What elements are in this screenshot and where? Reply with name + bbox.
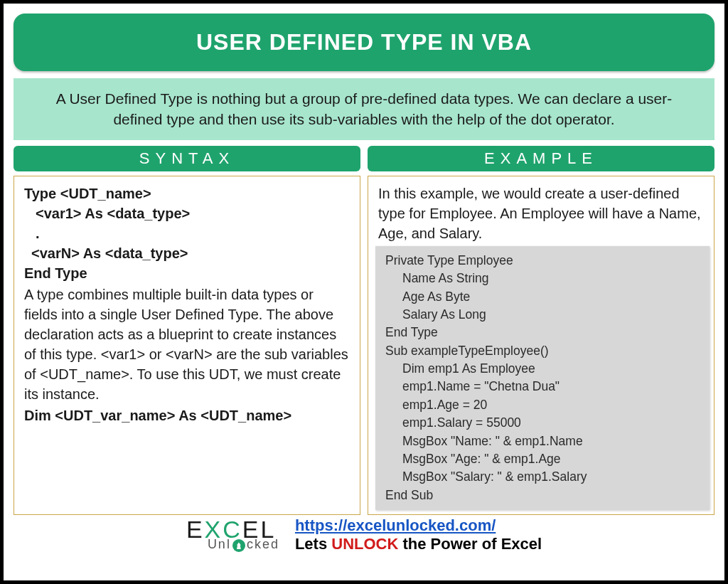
code-line: Name As String	[385, 270, 704, 287]
code-line: emp1.Name = "Chetna Dua"	[385, 378, 704, 395]
code-line: Age As Byte	[385, 288, 704, 306]
page-title: USER DEFINED TYPE IN VBA	[28, 29, 700, 55]
syntax-line: End Type	[24, 265, 87, 281]
footer: EXCEL Unlcked https://excelunlocked.com/…	[14, 516, 714, 553]
code-line: End Sub	[385, 488, 433, 502]
code-line: Dim emp1 As Employee	[385, 360, 704, 378]
code-line: End Type	[385, 325, 438, 339]
syntax-dim-line: Dim <UDT_var_name> As <UDT_name>	[24, 405, 350, 425]
example-header: EXAMPLE	[368, 146, 714, 171]
code-line: Salary As Long	[385, 306, 704, 324]
logo-bottom-line: Unlcked	[208, 538, 279, 551]
syntax-line: .	[24, 223, 350, 243]
code-line: MsgBox "Salary: " & emp1.Salary	[385, 468, 704, 486]
syntax-line: <varN> As <data_type>	[24, 243, 350, 263]
example-code-block: Private Type Employee Name As String Age…	[375, 246, 710, 510]
syntax-code-block: Type <UDT_name> <var1> As <data_type> . …	[24, 184, 350, 283]
example-column: EXAMPLE In this example, we would create…	[368, 146, 714, 515]
site-url-link[interactable]: https://excelunlocked.com/	[295, 516, 496, 535]
code-line: Sub exampleTypeEmployee()	[385, 344, 549, 358]
intro-text: A User Defined Type is nothing but a gro…	[14, 78, 714, 140]
code-line: Private Type Employee	[385, 253, 513, 267]
example-content: In this example, we would create a user-…	[368, 176, 714, 515]
excel-unlocked-logo: EXCEL Unlcked	[186, 519, 279, 551]
code-line: MsgBox "Name: " & emp1.Name	[385, 432, 704, 450]
syntax-header: SYNTAX	[14, 146, 360, 171]
document-frame: USER DEFINED TYPE IN VBA A User Defined …	[0, 0, 728, 584]
title-banner: USER DEFINED TYPE IN VBA	[14, 14, 714, 71]
code-line: emp1.Salary = 55000	[385, 414, 704, 432]
keyhole-icon	[232, 539, 245, 552]
syntax-column: SYNTAX Type <UDT_name> <var1> As <data_t…	[14, 146, 360, 515]
columns-container: SYNTAX Type <UDT_name> <var1> As <data_t…	[14, 146, 714, 515]
tagline: Lets UNLOCK the Power of Excel	[295, 535, 542, 553]
footer-text-block: https://excelunlocked.com/ Lets UNLOCK t…	[295, 516, 542, 553]
syntax-content: Type <UDT_name> <var1> As <data_type> . …	[14, 176, 360, 515]
code-line: emp1.Age = 20	[385, 396, 704, 414]
syntax-line: <var1> As <data_type>	[24, 203, 350, 223]
syntax-description: A type combines multiple built-in data t…	[24, 285, 350, 404]
example-intro: In this example, we would create a user-…	[378, 184, 704, 243]
code-line: MsgBox "Age: " & emp1.Age	[385, 450, 704, 468]
syntax-line: Type <UDT_name>	[24, 186, 151, 201]
